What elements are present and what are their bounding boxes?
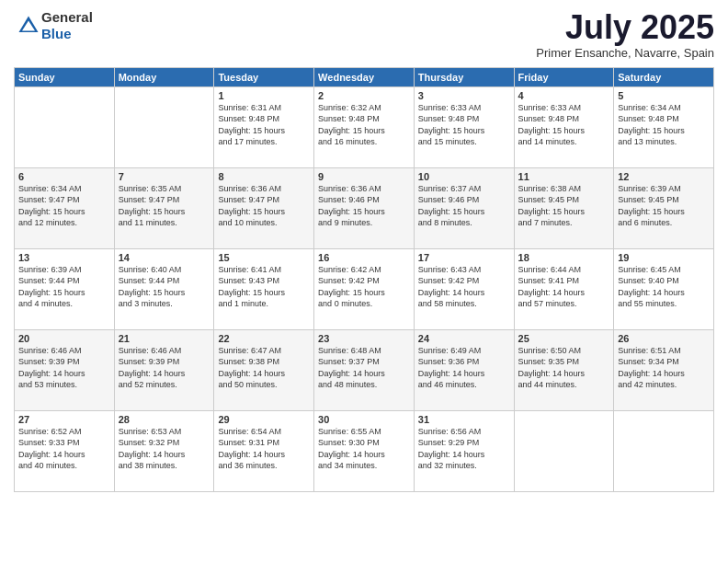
calendar-cell: 20Sunrise: 6:46 AM Sunset: 9:39 PM Dayli… bbox=[15, 329, 115, 410]
day-info: Sunrise: 6:56 AM Sunset: 9:29 PM Dayligh… bbox=[418, 426, 510, 472]
logo: General Blue bbox=[14, 9, 93, 42]
calendar-cell: 26Sunrise: 6:51 AM Sunset: 9:34 PM Dayli… bbox=[614, 329, 714, 410]
col-saturday: Saturday bbox=[614, 67, 714, 86]
day-info: Sunrise: 6:54 AM Sunset: 9:31 PM Dayligh… bbox=[218, 426, 310, 472]
day-number: 29 bbox=[218, 414, 310, 425]
day-number: 28 bbox=[119, 414, 210, 425]
calendar-cell: 22Sunrise: 6:47 AM Sunset: 9:38 PM Dayli… bbox=[214, 329, 314, 410]
calendar-cell: 11Sunrise: 6:38 AM Sunset: 9:45 PM Dayli… bbox=[514, 167, 614, 248]
col-sunday: Sunday bbox=[15, 67, 115, 86]
day-number: 19 bbox=[618, 252, 710, 263]
day-info: Sunrise: 6:45 AM Sunset: 9:40 PM Dayligh… bbox=[618, 264, 710, 310]
day-info: Sunrise: 6:39 AM Sunset: 9:45 PM Dayligh… bbox=[618, 183, 710, 229]
calendar-cell bbox=[614, 410, 714, 491]
day-info: Sunrise: 6:39 AM Sunset: 9:44 PM Dayligh… bbox=[18, 264, 110, 310]
calendar-week-row-2: 6Sunrise: 6:34 AM Sunset: 9:47 PM Daylig… bbox=[15, 167, 714, 248]
calendar-cell: 17Sunrise: 6:43 AM Sunset: 9:42 PM Dayli… bbox=[414, 248, 514, 329]
logo-general-text: General bbox=[41, 9, 93, 25]
day-number: 9 bbox=[318, 171, 410, 182]
logo-icon bbox=[16, 13, 41, 39]
calendar-week-row-4: 20Sunrise: 6:46 AM Sunset: 9:39 PM Dayli… bbox=[15, 329, 714, 410]
day-number: 20 bbox=[18, 333, 110, 344]
day-number: 10 bbox=[418, 171, 510, 182]
calendar-cell: 16Sunrise: 6:42 AM Sunset: 9:42 PM Dayli… bbox=[314, 248, 415, 329]
day-number: 8 bbox=[218, 171, 310, 182]
calendar-week-row-1: 1Sunrise: 6:31 AM Sunset: 9:48 PM Daylig… bbox=[15, 86, 714, 167]
calendar: Sunday Monday Tuesday Wednesday Thursday… bbox=[14, 67, 714, 492]
col-friday: Friday bbox=[514, 67, 614, 86]
calendar-cell bbox=[15, 86, 115, 167]
day-info: Sunrise: 6:55 AM Sunset: 9:30 PM Dayligh… bbox=[318, 426, 410, 472]
day-number: 2 bbox=[318, 90, 410, 101]
day-info: Sunrise: 6:33 AM Sunset: 9:48 PM Dayligh… bbox=[518, 102, 610, 148]
col-monday: Monday bbox=[114, 67, 214, 86]
day-info: Sunrise: 6:46 AM Sunset: 9:39 PM Dayligh… bbox=[119, 345, 210, 391]
day-number: 31 bbox=[418, 414, 510, 425]
day-number: 24 bbox=[418, 333, 510, 344]
day-number: 13 bbox=[18, 252, 110, 263]
day-info: Sunrise: 6:33 AM Sunset: 9:48 PM Dayligh… bbox=[418, 102, 510, 148]
day-info: Sunrise: 6:50 AM Sunset: 9:35 PM Dayligh… bbox=[518, 345, 610, 391]
day-info: Sunrise: 6:40 AM Sunset: 9:44 PM Dayligh… bbox=[119, 264, 210, 310]
calendar-cell: 23Sunrise: 6:48 AM Sunset: 9:37 PM Dayli… bbox=[314, 329, 415, 410]
calendar-cell: 7Sunrise: 6:35 AM Sunset: 9:47 PM Daylig… bbox=[114, 167, 214, 248]
calendar-header-row: Sunday Monday Tuesday Wednesday Thursday… bbox=[15, 67, 714, 86]
day-number: 15 bbox=[218, 252, 310, 263]
calendar-cell: 24Sunrise: 6:49 AM Sunset: 9:36 PM Dayli… bbox=[414, 329, 514, 410]
day-number: 3 bbox=[418, 90, 510, 101]
calendar-cell: 29Sunrise: 6:54 AM Sunset: 9:31 PM Dayli… bbox=[214, 410, 314, 491]
calendar-cell: 6Sunrise: 6:34 AM Sunset: 9:47 PM Daylig… bbox=[15, 167, 115, 248]
calendar-week-row-5: 27Sunrise: 6:52 AM Sunset: 9:33 PM Dayli… bbox=[15, 410, 714, 491]
calendar-week-row-3: 13Sunrise: 6:39 AM Sunset: 9:44 PM Dayli… bbox=[15, 248, 714, 329]
day-info: Sunrise: 6:34 AM Sunset: 9:47 PM Dayligh… bbox=[18, 183, 110, 229]
day-info: Sunrise: 6:35 AM Sunset: 9:47 PM Dayligh… bbox=[119, 183, 210, 229]
day-info: Sunrise: 6:36 AM Sunset: 9:46 PM Dayligh… bbox=[318, 183, 410, 229]
day-number: 5 bbox=[618, 90, 710, 101]
day-info: Sunrise: 6:49 AM Sunset: 9:36 PM Dayligh… bbox=[418, 345, 510, 391]
day-number: 26 bbox=[618, 333, 710, 344]
day-info: Sunrise: 6:37 AM Sunset: 9:46 PM Dayligh… bbox=[418, 183, 510, 229]
day-info: Sunrise: 6:38 AM Sunset: 9:45 PM Dayligh… bbox=[518, 183, 610, 229]
title-block: July 2025 Primer Ensanche, Navarre, Spai… bbox=[536, 9, 714, 60]
calendar-cell: 12Sunrise: 6:39 AM Sunset: 9:45 PM Dayli… bbox=[614, 167, 714, 248]
day-info: Sunrise: 6:44 AM Sunset: 9:41 PM Dayligh… bbox=[518, 264, 610, 310]
calendar-cell: 19Sunrise: 6:45 AM Sunset: 9:40 PM Dayli… bbox=[614, 248, 714, 329]
day-number: 16 bbox=[318, 252, 410, 263]
day-number: 21 bbox=[119, 333, 210, 344]
col-wednesday: Wednesday bbox=[314, 67, 415, 86]
day-info: Sunrise: 6:34 AM Sunset: 9:48 PM Dayligh… bbox=[618, 102, 710, 148]
day-info: Sunrise: 6:41 AM Sunset: 9:43 PM Dayligh… bbox=[218, 264, 310, 310]
day-info: Sunrise: 6:32 AM Sunset: 9:48 PM Dayligh… bbox=[318, 102, 410, 148]
calendar-cell: 8Sunrise: 6:36 AM Sunset: 9:47 PM Daylig… bbox=[214, 167, 314, 248]
day-number: 25 bbox=[518, 333, 610, 344]
calendar-cell: 5Sunrise: 6:34 AM Sunset: 9:48 PM Daylig… bbox=[614, 86, 714, 167]
calendar-cell: 13Sunrise: 6:39 AM Sunset: 9:44 PM Dayli… bbox=[15, 248, 115, 329]
calendar-cell: 21Sunrise: 6:46 AM Sunset: 9:39 PM Dayli… bbox=[114, 329, 214, 410]
month-year: July 2025 bbox=[536, 9, 714, 46]
day-number: 18 bbox=[518, 252, 610, 263]
day-number: 27 bbox=[18, 414, 110, 425]
calendar-cell: 15Sunrise: 6:41 AM Sunset: 9:43 PM Dayli… bbox=[214, 248, 314, 329]
page: General Blue July 2025 Primer Ensanche, … bbox=[0, 0, 728, 563]
day-number: 14 bbox=[119, 252, 210, 263]
day-number: 12 bbox=[618, 171, 710, 182]
day-number: 1 bbox=[218, 90, 310, 101]
day-info: Sunrise: 6:46 AM Sunset: 9:39 PM Dayligh… bbox=[18, 345, 110, 391]
day-info: Sunrise: 6:51 AM Sunset: 9:34 PM Dayligh… bbox=[618, 345, 710, 391]
day-info: Sunrise: 6:47 AM Sunset: 9:38 PM Dayligh… bbox=[218, 345, 310, 391]
calendar-cell: 4Sunrise: 6:33 AM Sunset: 9:48 PM Daylig… bbox=[514, 86, 614, 167]
logo-blue-text: Blue bbox=[41, 26, 72, 41]
calendar-cell: 18Sunrise: 6:44 AM Sunset: 9:41 PM Dayli… bbox=[514, 248, 614, 329]
calendar-cell: 30Sunrise: 6:55 AM Sunset: 9:30 PM Dayli… bbox=[314, 410, 415, 491]
col-thursday: Thursday bbox=[414, 67, 514, 86]
day-info: Sunrise: 6:53 AM Sunset: 9:32 PM Dayligh… bbox=[119, 426, 210, 472]
day-number: 30 bbox=[318, 414, 410, 425]
calendar-cell: 14Sunrise: 6:40 AM Sunset: 9:44 PM Dayli… bbox=[114, 248, 214, 329]
day-info: Sunrise: 6:36 AM Sunset: 9:47 PM Dayligh… bbox=[218, 183, 310, 229]
day-number: 6 bbox=[18, 171, 110, 182]
location: Primer Ensanche, Navarre, Spain bbox=[536, 46, 714, 60]
calendar-cell: 28Sunrise: 6:53 AM Sunset: 9:32 PM Dayli… bbox=[114, 410, 214, 491]
day-number: 22 bbox=[218, 333, 310, 344]
day-info: Sunrise: 6:48 AM Sunset: 9:37 PM Dayligh… bbox=[318, 345, 410, 391]
calendar-cell: 9Sunrise: 6:36 AM Sunset: 9:46 PM Daylig… bbox=[314, 167, 415, 248]
